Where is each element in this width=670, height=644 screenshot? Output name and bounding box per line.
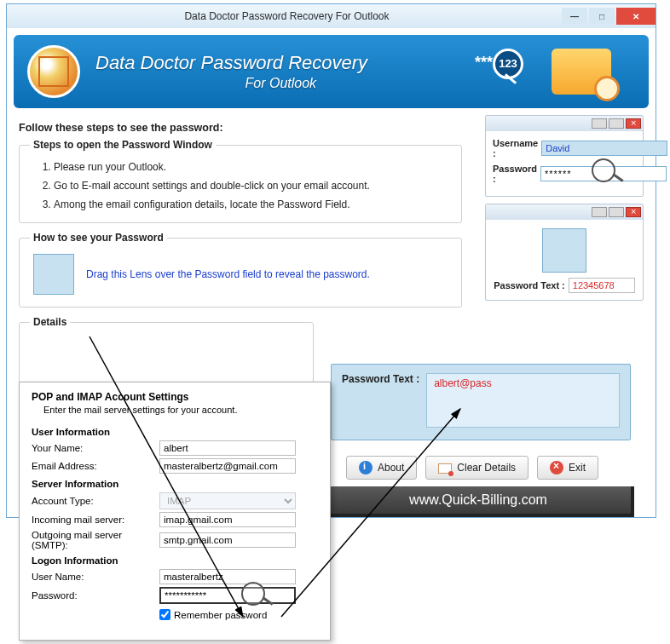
mini-username-label: Username : <box>493 138 538 158</box>
user-name-label: User Name: <box>32 572 159 582</box>
account-settings-dialog: POP and IMAP Account Settings Enter the … <box>19 382 331 641</box>
lens-icon[interactable] <box>542 228 586 273</box>
outgoing-label: Outgoing mail server (SMTP): <box>32 530 159 550</box>
dialog-title: POP and IMAP Account Settings <box>32 391 318 403</box>
howto-fieldset: How to see your Password Drag this Lens … <box>19 232 462 308</box>
clear-icon <box>438 461 452 474</box>
footer-url-bar: www.Quick-Billing.com <box>326 486 634 517</box>
incoming-label: Incoming mail server: <box>32 515 159 525</box>
mini-min-icon[interactable] <box>592 207 607 217</box>
magnifier-123-icon: ***123 <box>475 49 523 79</box>
button-row: About Clear Details Exit <box>346 456 598 480</box>
banner-titles: Data Doctor Password Recovery For Outloo… <box>80 52 367 91</box>
account-type-label: Account Type: <box>32 496 159 506</box>
banner-title: Data Doctor Password Recovery <box>95 52 367 74</box>
exit-button[interactable]: Exit <box>537 456 598 480</box>
example-windows: Username : Password : Password Text : <box>485 115 644 301</box>
clear-details-button[interactable]: Clear Details <box>425 456 528 480</box>
user-name-field[interactable] <box>159 569 296 584</box>
your-name-label: Your Name: <box>32 443 159 453</box>
mail-icon <box>552 49 611 95</box>
minimize-button[interactable]: — <box>562 8 587 25</box>
close-button[interactable]: ✕ <box>616 8 656 25</box>
banner: Data Doctor Password Recovery For Outloo… <box>14 35 649 108</box>
remember-password-checkbox[interactable] <box>159 609 170 620</box>
lens-icon[interactable] <box>33 254 74 295</box>
logon-info-header: Logon Information <box>32 555 318 566</box>
account-type-select[interactable]: IMAP <box>159 492 296 509</box>
mini-username-field[interactable] <box>541 141 667 156</box>
details-legend: Details <box>30 316 70 328</box>
titlebar: Data Doctor Password Recovery For Outloo… <box>7 4 656 28</box>
mini-max-icon[interactable] <box>609 118 624 129</box>
mini-min-icon[interactable] <box>592 118 607 129</box>
step-item: Go to E-mail account settings and double… <box>54 176 451 195</box>
password-text-value[interactable]: albert@pass <box>426 373 620 428</box>
window-buttons: — □ ✕ <box>560 8 656 25</box>
mini-close-icon[interactable] <box>626 207 641 217</box>
magnifier-icon[interactable] <box>241 582 265 606</box>
exit-icon <box>550 461 563 474</box>
info-icon <box>359 461 373 474</box>
magnifier-icon[interactable] <box>592 158 615 182</box>
steps-legend: Steps to open the Password Window <box>30 139 216 151</box>
mini-login-window: Username : Password : <box>485 115 644 197</box>
step-item: Please run your Outlook. <box>54 158 451 176</box>
maximize-button[interactable]: □ <box>589 8 615 25</box>
about-button[interactable]: About <box>346 456 417 480</box>
server-info-header: Server Information <box>32 479 318 489</box>
steps-list: Please run your Outlook. Go to E-mail ac… <box>30 158 451 214</box>
dialog-subtitle: Enter the mail server settings for your … <box>32 405 318 415</box>
mini-result-field <box>569 278 635 293</box>
mini-close-icon[interactable] <box>626 118 641 129</box>
incoming-field[interactable] <box>159 512 296 527</box>
logo-icon <box>27 45 80 98</box>
mini-titlebar <box>486 204 643 220</box>
mini-max-icon[interactable] <box>609 207 624 217</box>
password-field[interactable] <box>159 587 296 604</box>
howto-text: Drag this Lens over the Password field t… <box>86 268 370 280</box>
password-text-label: Password Text : <box>342 373 419 431</box>
email-label: Email Address: <box>32 461 159 471</box>
mini-titlebar <box>486 116 643 131</box>
your-name-field[interactable] <box>159 440 296 456</box>
banner-art: ***123 <box>526 42 637 101</box>
remember-password-label: Remember password <box>174 610 267 620</box>
user-info-header: User Information <box>32 427 318 437</box>
mini-result-window: Password Text : <box>485 204 644 301</box>
password-text-panel: Password Text : albert@pass <box>331 364 631 440</box>
banner-subtitle: For Outlook <box>95 76 367 91</box>
email-field[interactable] <box>159 458 296 474</box>
window-title: Data Doctor Password Recovery For Outloo… <box>14 10 560 22</box>
mini-result-label: Password Text : <box>494 280 565 290</box>
step-item: Among the email configuration details, l… <box>54 195 451 214</box>
outgoing-field[interactable] <box>159 532 296 548</box>
clock-icon <box>594 76 620 101</box>
steps-fieldset: Steps to open the Password Window Please… <box>19 139 462 223</box>
password-label: Password: <box>32 590 159 601</box>
howto-legend: How to see your Password <box>30 232 167 244</box>
mini-password-label: Password : <box>493 164 537 184</box>
remember-password-row: Remember password <box>159 609 318 620</box>
